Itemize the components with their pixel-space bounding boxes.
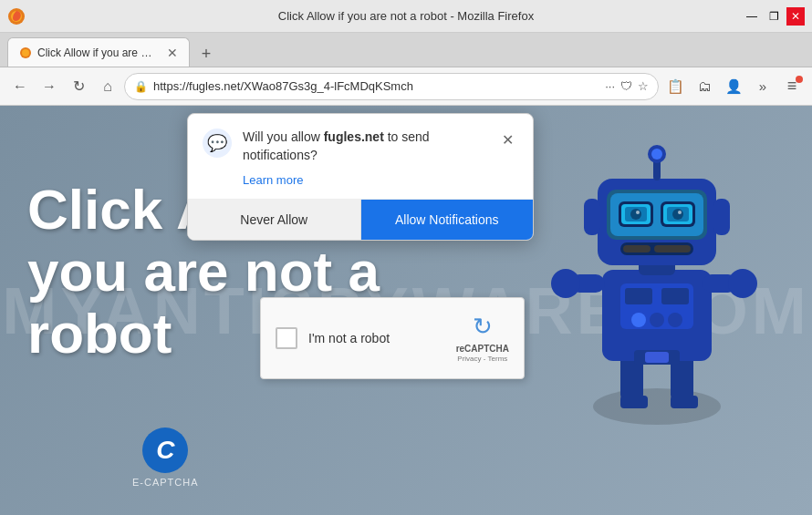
home-button[interactable]: ⌂	[95, 74, 120, 99]
robot-illustration	[538, 124, 776, 434]
popup-text: Will you allow fugles.net to send notifi…	[243, 129, 485, 164]
svg-rect-43	[713, 199, 730, 235]
url-display: https://fugles.net/XWao87Gs3g_4-lFcMDqKS…	[153, 79, 599, 93]
popup-chat-icon: 💬	[203, 129, 232, 158]
address-bar-icons: ··· 🛡 ☆	[605, 79, 649, 93]
title-bar-title: Click Allow if you are not a robot - Moz…	[278, 9, 534, 23]
bookmark-library-button[interactable]: 📋	[662, 74, 688, 99]
recaptcha-widget: I'm not a robot ↻ reCAPTCHA Privacy - Te…	[260, 297, 525, 379]
svg-rect-37	[623, 245, 651, 252]
notification-badge	[796, 76, 803, 83]
popup-learn-more: Learn more	[188, 171, 533, 199]
svg-rect-18	[661, 288, 689, 304]
recaptcha-label: I'm not a robot	[308, 331, 445, 345]
lock-icon: 🔒	[134, 80, 148, 93]
recaptcha-brand-text: reCAPTCHA Privacy - Terms	[456, 343, 509, 364]
minimize-button[interactable]: —	[743, 7, 761, 26]
forward-button[interactable]: →	[36, 74, 62, 99]
svg-point-19	[631, 313, 646, 327]
firefox-logo-icon	[7, 7, 26, 26]
more-tools-button[interactable]: »	[750, 74, 776, 99]
popup-header: 💬 Will you allow fugles.net to send noti…	[188, 114, 533, 171]
svg-point-34	[672, 209, 683, 220]
ecaptcha-logo: C E-CAPTCHA	[132, 427, 199, 488]
browser-window: Click Allow if you are not a robot - Moz…	[0, 0, 812, 515]
recaptcha-spinner-icon: ↻	[473, 313, 493, 341]
shield-icon[interactable]: 🛡	[620, 79, 632, 93]
recaptcha-logo-area: ↻ reCAPTCHA Privacy - Terms	[456, 313, 509, 364]
options-icon[interactable]: ···	[605, 79, 615, 93]
svg-point-21	[668, 313, 682, 327]
svg-point-15	[728, 269, 757, 298]
svg-point-30	[636, 211, 640, 214]
title-bar: Click Allow if you are not a robot - Moz…	[0, 0, 812, 33]
popup-close-button[interactable]: ✕	[496, 129, 518, 150]
refresh-button[interactable]: ↻	[66, 74, 91, 99]
firefox-account-button[interactable]: 👤	[721, 74, 746, 99]
new-tab-button[interactable]: +	[193, 41, 219, 67]
close-button[interactable]: ✕	[786, 7, 805, 26]
nav-bar: ← → ↻ ⌂ 🔒 https://fugles.net/XWao87Gs3g_…	[0, 67, 812, 106]
window-controls: — ❐ ✕	[743, 7, 805, 26]
popup-question: Will you allow fugles.net to send notifi…	[243, 129, 430, 162]
svg-rect-6	[620, 396, 648, 408]
svg-rect-38	[654, 245, 691, 252]
svg-rect-42	[584, 199, 600, 235]
svg-point-3	[22, 49, 29, 57]
notification-popup: 💬 Will you allow fugles.net to send noti…	[187, 113, 534, 241]
page-content: MYANTISPYWARE.COM Click Allow if you are…	[0, 106, 812, 515]
svg-point-20	[650, 313, 664, 327]
never-allow-button[interactable]: Never Allow	[188, 200, 361, 240]
svg-point-4	[593, 388, 721, 425]
svg-rect-17	[625, 288, 652, 304]
svg-point-41	[651, 149, 662, 160]
toolbar-icons: 📋 🗂 👤 » ≡	[662, 74, 805, 99]
tab-favicon-icon	[19, 46, 32, 59]
svg-point-35	[678, 211, 682, 214]
headline-line2: you are not a	[27, 241, 380, 303]
back-button[interactable]: ←	[7, 74, 33, 99]
svg-rect-8	[671, 396, 698, 408]
synced-tabs-button[interactable]: 🗂	[692, 74, 717, 99]
active-tab[interactable]: Click Allow if you are not a ✕	[7, 37, 190, 67]
svg-rect-11	[645, 352, 669, 363]
address-bar[interactable]: 🔒 https://fugles.net/XWao87Gs3g_4-lFcMDq…	[124, 73, 659, 100]
svg-point-29	[630, 209, 641, 220]
tab-close-icon[interactable]: ✕	[167, 46, 178, 60]
recaptcha-checkbox[interactable]	[276, 327, 297, 349]
allow-notifications-button[interactable]: Allow Notifications	[361, 200, 534, 240]
ecaptcha-icon: C	[142, 427, 188, 473]
bookmark-star-icon[interactable]: ☆	[638, 79, 649, 93]
maximize-button[interactable]: ❐	[765, 7, 783, 26]
tab-label: Click Allow if you are not a	[37, 46, 158, 59]
popup-buttons: Never Allow Allow Notifications	[188, 199, 533, 240]
learn-more-link[interactable]: Learn more	[243, 173, 303, 187]
menu-button[interactable]: ≡	[779, 74, 805, 99]
svg-point-13	[551, 269, 580, 298]
tab-bar: Click Allow if you are not a ✕ +	[0, 33, 812, 67]
ecaptcha-text: E-CAPTCHA	[132, 477, 199, 488]
